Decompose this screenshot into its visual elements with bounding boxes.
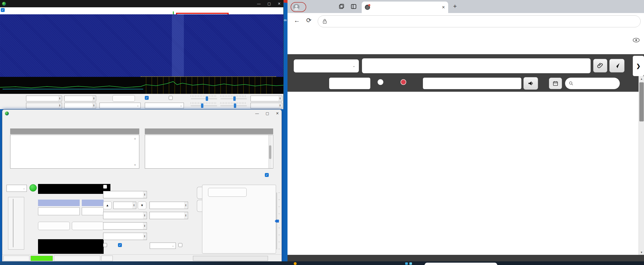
max-drift-spinner[interactable]: ▲▼ (149, 212, 188, 219)
close-icon[interactable]: ✕ (278, 2, 281, 6)
message-input[interactable] (362, 58, 591, 73)
dx-call-field[interactable] (38, 207, 80, 215)
profile-avatar (293, 4, 299, 10)
spectrum-graph (0, 77, 283, 94)
decode-list-right[interactable] (145, 135, 273, 169)
address-bar[interactable] (318, 15, 641, 27)
taskbar-app-icon[interactable] (405, 262, 408, 265)
tx-even-checkbox[interactable] (103, 185, 109, 189)
flatten-checkbox[interactable] (145, 96, 150, 100)
to-call-select[interactable]: ⌄ (294, 59, 359, 72)
wsjtx-titlebar[interactable]: — ▢ ✕ (2, 110, 282, 117)
weather-icon (294, 262, 297, 265)
decode-header-left (10, 128, 139, 134)
cq-select[interactable]: ⌄ (150, 243, 176, 249)
taskbar[interactable] (0, 261, 644, 265)
submode-spinner[interactable]: ▲▼ (149, 202, 188, 209)
gain-slider-2[interactable] (220, 95, 247, 100)
band-buttons-row (287, 30, 644, 54)
ftol-spinner[interactable]: ▲▼ (113, 202, 136, 209)
reload-icon[interactable]: ⟳ (306, 17, 311, 24)
back-icon[interactable]: ← (294, 17, 300, 24)
tx-freq-spinner[interactable]: ▲▼ (103, 191, 147, 198)
autoseq-checkbox[interactable] (118, 243, 123, 247)
minimize-icon[interactable]: — (257, 2, 261, 6)
sh-checkbox[interactable] (103, 243, 109, 247)
radio-1st[interactable] (378, 79, 383, 85)
radio-2nd[interactable] (401, 79, 406, 85)
rx-freq-spinner[interactable]: ▲▼ (103, 212, 147, 219)
navg-spinner[interactable]: ▲▼ (64, 103, 96, 108)
frequency-scale (0, 7, 283, 14)
menus-checkbox[interactable] (265, 173, 270, 177)
maximize-icon[interactable]: ▢ (267, 2, 271, 6)
browser-tab[interactable]: ✕ (362, 2, 448, 13)
tx-up-button[interactable]: ▲ (103, 201, 112, 209)
taskbar-search[interactable] (424, 263, 497, 265)
new-tab-icon[interactable]: + (453, 3, 457, 10)
msg-tab-1[interactable] (197, 187, 202, 199)
maximize-icon[interactable]: ▢ (266, 111, 269, 115)
paperclip-icon (597, 62, 604, 69)
tx-progress-bar (193, 256, 268, 261)
scrollbar-thumb[interactable] (639, 82, 644, 121)
decode-list-left[interactable] (10, 135, 139, 169)
wsjtx-main-window: — ▢ ✕ ▲ ▼ ⌄ (2, 109, 282, 262)
scroll-up-icon[interactable]: ▲ (134, 137, 136, 140)
palette-select[interactable]: ⌄ (99, 103, 141, 108)
panel-expand-button[interactable]: ❯ (633, 56, 644, 76)
zero-slider-1[interactable] (191, 102, 217, 107)
wsjtx-widegraph-window: — ▢ ✕ ▲▼ ▲▼ (0, 0, 284, 109)
eye-icon[interactable] (632, 37, 640, 43)
generate-std-msgs-button[interactable] (208, 188, 247, 197)
tx-down-button[interactable]: ▼ (138, 201, 146, 209)
widegraph-titlebar[interactable]: — ▢ ✕ (0, 0, 283, 7)
page-scrollbar[interactable]: ▲ ▼ (639, 76, 644, 255)
browser-toolbar: ← ⟳ (287, 13, 644, 30)
attach-button[interactable] (593, 59, 607, 72)
report-spinner[interactable]: ▲▼ (103, 222, 147, 230)
checkbox-icon[interactable] (1, 8, 5, 12)
spectrum-pct-spinner[interactable]: ▲▼ (251, 96, 282, 101)
split-screen-icon[interactable] (351, 3, 357, 10)
dx-grid-field[interactable] (82, 207, 104, 215)
send-button[interactable] (609, 59, 624, 72)
tr-period-spinner[interactable]: ▲▼ (103, 233, 147, 240)
scroll-down-icon[interactable]: ▼ (639, 250, 644, 255)
band-select[interactable]: ⌄ (7, 185, 27, 192)
calendar-icon (553, 81, 558, 86)
taskbar-app-icon[interactable] (409, 262, 412, 265)
add-button[interactable] (72, 222, 104, 230)
frequency-display (38, 184, 110, 194)
minimize-icon[interactable]: — (255, 111, 259, 115)
main-buttons-row (2, 172, 282, 181)
start-hz-spinner[interactable]: ▲▼ (64, 96, 96, 101)
bins-per-pixel-spinner[interactable]: ▲▼ (26, 96, 62, 101)
wsjtx-icon (2, 2, 6, 6)
status-empty (3, 256, 29, 261)
adjust-button[interactable] (112, 95, 135, 102)
controls-checkbox[interactable] (1, 8, 6, 12)
ref-spec-checkbox[interactable] (169, 96, 174, 100)
gain-slider-1[interactable] (191, 95, 217, 100)
msg-tab-2[interactable] (197, 200, 202, 212)
site-favicon (365, 5, 370, 10)
signin-button[interactable] (291, 2, 306, 12)
search-input[interactable] (565, 78, 620, 89)
cq-message-input[interactable] (423, 78, 521, 89)
scroll-down-icon[interactable]: ▼ (134, 163, 136, 167)
close-icon[interactable]: ✕ (276, 111, 279, 115)
compose-panel: ⌄ ❯ (287, 54, 644, 92)
calendar-button[interactable] (549, 78, 562, 89)
spectrum-type-select[interactable]: ⌄ (145, 103, 184, 108)
decode-scrollbar[interactable] (268, 135, 272, 168)
lock-icon[interactable] (323, 19, 327, 24)
cq-freq-input[interactable] (329, 78, 370, 89)
zero-slider-2[interactable] (220, 102, 247, 107)
tab-close-icon[interactable]: ✕ (442, 5, 445, 10)
lookup-button[interactable] (38, 222, 70, 230)
announce-button[interactable] (523, 77, 538, 90)
waterfall[interactable] (0, 14, 283, 77)
scroll-up-icon[interactable]: ▲ (639, 76, 644, 81)
workspaces-icon[interactable] (339, 3, 345, 10)
